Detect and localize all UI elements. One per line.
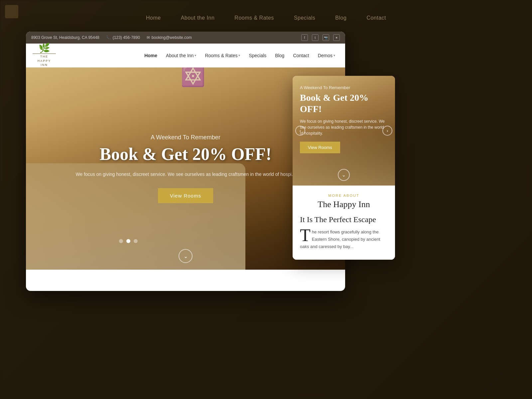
twitter-icon[interactable]: t: [312, 34, 319, 41]
popup-title: Book & Get 20% OFF!: [300, 92, 388, 114]
popup-cta-button[interactable]: View Rooms: [300, 142, 340, 153]
hero-subtitle: A Weekend To Remember: [76, 134, 296, 141]
popup-card: ‹ › A Weekend To Remember Book & Get 20%…: [293, 76, 395, 260]
nav-specials[interactable]: Specials: [245, 51, 270, 60]
demos-dropdown-arrow: ▾: [333, 54, 335, 57]
logo-palm-icon: 🌿: [39, 43, 50, 54]
nav-contact[interactable]: Contact: [290, 51, 312, 60]
top-bar-left: 8903 Grove St, Healdsburg, CA 95448 📞 (1…: [31, 35, 295, 40]
email-item[interactable]: ✉ booking@website.com: [147, 35, 192, 40]
top-bar: 8903 Grove St, Healdsburg, CA 95448 📞 (1…: [26, 32, 345, 44]
popup-more-label: MORE ABOUT: [300, 194, 388, 198]
hero-scroll-down-button[interactable]: ⌄: [179, 249, 193, 263]
nav-blog[interactable]: Blog: [272, 51, 288, 60]
social-icons: f t 📷 ✶: [301, 34, 340, 41]
rooms-dropdown-arrow: ▾: [238, 54, 240, 57]
instagram-icon[interactable]: 📷: [323, 34, 329, 41]
nav-about[interactable]: About the Inn ▾: [163, 51, 200, 60]
nav-demos[interactable]: Demos ▾: [315, 51, 338, 60]
nav-home[interactable]: Home: [141, 51, 161, 60]
hero-dot-1[interactable]: [119, 239, 123, 243]
nav-rooms[interactable]: Rooms & Rates ▾: [201, 51, 243, 60]
popup-scroll-down-button[interactable]: ⌄: [338, 169, 350, 181]
nav-links: Home About the Inn ▾ Rooms & Rates ▾ Spe…: [141, 51, 338, 60]
phone-text: (123) 456-7890: [113, 35, 140, 40]
phone-icon: 📞: [106, 35, 111, 40]
bg-nav-blog: Blog: [335, 15, 346, 21]
hero-content: A Weekend To Remember Book & Get 20% OFF…: [63, 134, 309, 203]
hero-chandelier: 🔯: [181, 67, 205, 88]
popup-hero: ‹ › A Weekend To Remember Book & Get 20%…: [293, 76, 395, 186]
bg-nav-contact: Contact: [366, 15, 386, 21]
logo-text: THE HAPPYINN: [33, 54, 56, 68]
address-item: 8903 Grove St, Healdsburg, CA 95448: [31, 35, 99, 40]
hero-description: We focus on giving honest, discreet serv…: [76, 171, 296, 178]
phone-item[interactable]: 📞 (123) 456-7890: [106, 35, 140, 40]
bg-nav-rooms: Rooms & Rates: [234, 15, 274, 21]
popup-body-text: he resort flows gracefully along the Eas…: [300, 229, 380, 249]
hero-cta-button[interactable]: View Rooms: [158, 188, 213, 203]
bg-nav-specials: Specials: [294, 15, 315, 21]
popup-about-title: The Happy Inn: [300, 200, 388, 209]
popup-hero-content: A Weekend To Remember Book & Get 20% OFF…: [293, 76, 395, 160]
logo-icon: 🌿 THE HAPPYINN: [33, 46, 56, 66]
hero-slider-dots: [119, 239, 138, 243]
popup-dropcap: T: [300, 228, 311, 242]
email-icon: ✉: [147, 35, 150, 40]
bg-corner-logo: [5, 5, 18, 18]
popup-about-body: T he resort flows gracefully along the E…: [300, 228, 388, 250]
hero-dot-2[interactable]: [126, 239, 130, 243]
bg-nav-home: Home: [146, 15, 161, 21]
facebook-icon[interactable]: f: [301, 34, 308, 41]
hero-dot-3[interactable]: [134, 239, 138, 243]
background-nav: Home About the Inn Rooms & Rates Special…: [0, 15, 532, 21]
email-text: booking@website.com: [152, 35, 192, 40]
address-text: 8903 Grove St, Healdsburg, CA 95448: [31, 35, 99, 40]
bg-nav-about: About the Inn: [181, 15, 215, 21]
popup-escape-title: It Is The Perfect Escape: [300, 215, 388, 224]
about-dropdown-arrow: ▾: [195, 54, 196, 57]
popup-subtitle: A Weekend To Remember: [300, 85, 388, 90]
yelp-icon[interactable]: ✶: [333, 34, 340, 41]
nav-bar: 🌿 THE HAPPYINN Home About the Inn ▾ Room…: [26, 44, 345, 67]
popup-about-section: MORE ABOUT The Happy Inn It Is The Perfe…: [293, 186, 395, 260]
logo[interactable]: 🌿 THE HAPPYINN: [33, 46, 56, 66]
popup-next-button[interactable]: ›: [382, 126, 392, 136]
popup-description: We focus on giving honest, discreet serv…: [300, 118, 388, 136]
popup-prev-button[interactable]: ‹: [295, 126, 305, 136]
hero-title: Book & Get 20% OFF!: [76, 144, 296, 164]
